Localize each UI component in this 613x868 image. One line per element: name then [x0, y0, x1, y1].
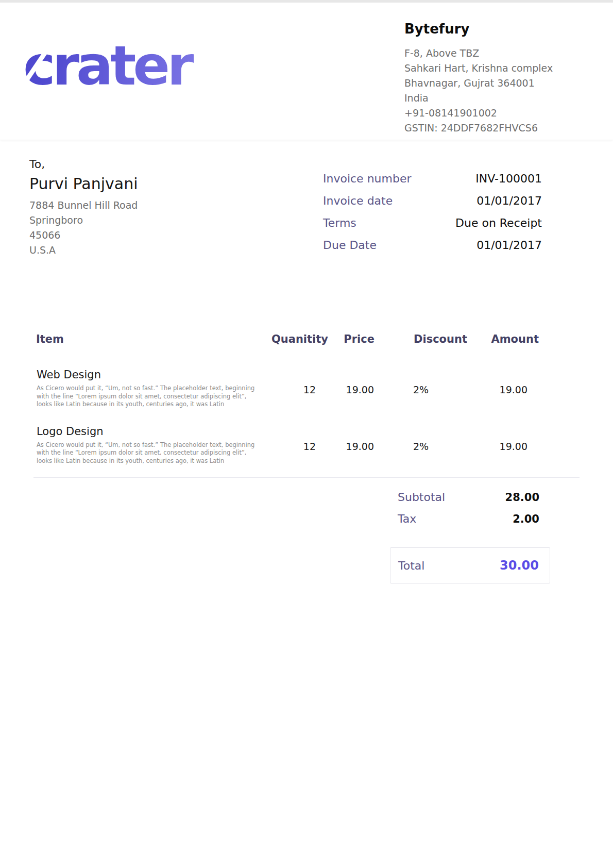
company-phone: +91-08141901002: [404, 106, 595, 121]
crater-logo: crater: [23, 32, 260, 99]
price-column-header: Price: [328, 332, 374, 368]
logo-slice-icon: [222, 56, 242, 84]
item-cell: Web Design As Cicero would put it, “Um, …: [36, 368, 252, 424]
bill-to-label: To,: [29, 158, 246, 171]
item-price: 19.00: [328, 424, 374, 481]
company-name: Bytefury: [404, 21, 595, 37]
total-box: Total 30.00: [390, 547, 550, 583]
item-price: 19.00: [328, 368, 374, 424]
item-quantity: 12: [252, 368, 328, 424]
meta-row-invoice-date: Invoice date 01/01/2017: [323, 194, 542, 208]
due-date-value: 01/01/2017: [476, 239, 542, 252]
item-amount: 19.00: [467, 424, 539, 481]
item-column-header: Item: [36, 332, 252, 368]
company-gstin: GSTIN: 24DDF7682FHVCS6: [404, 121, 595, 136]
discount-column-header: Discount: [374, 332, 467, 368]
tax-value: 2.00: [513, 513, 539, 525]
terms-label: Terms: [323, 216, 356, 230]
tax-label: Tax: [398, 512, 416, 525]
company-address: F-8, Above TBZ Sahkari Hart, Krishna com…: [404, 46, 595, 136]
table-row: Web Design As Cicero would put it, “Um, …: [36, 368, 539, 424]
company-address-line: India: [404, 91, 595, 106]
customer-address-line: U.S.A: [29, 243, 246, 258]
meta-row-invoice-number: Invoice number INV-100001: [323, 172, 542, 186]
meta-row-due-date: Due Date 01/01/2017: [323, 239, 542, 252]
due-date-label: Due Date: [323, 239, 377, 252]
invoice-date-label: Invoice date: [323, 194, 393, 208]
table-row: Logo Design As Cicero would put it, “Um,…: [36, 424, 539, 481]
company-address-line: Bhavnagar, Gujrat 364001: [404, 76, 595, 91]
subtotal-row: Subtotal 28.00: [390, 491, 550, 512]
customer-name: Purvi Panjvani: [29, 175, 246, 193]
bill-to-block: To, Purvi Panjvani 7884 Bunnel Hill Road…: [29, 158, 246, 258]
item-name: Logo Design: [37, 425, 252, 438]
invoice-page: crater Bytefury F-8, Above TBZ Sahkari H…: [0, 0, 613, 868]
items-table: Item Quanitity Price Discount Amount Web…: [36, 332, 539, 480]
total-label: Total: [398, 559, 424, 572]
subtotal-value: 28.00: [505, 491, 539, 504]
customer-address-line: Springboro: [29, 213, 246, 228]
invoice-number-label: Invoice number: [323, 172, 412, 186]
tax-row: Tax 2.00: [390, 512, 550, 534]
company-address-line: F-8, Above TBZ: [404, 46, 595, 61]
terms-value: Due on Receipt: [455, 216, 542, 230]
crater-logo-text: crater: [23, 34, 191, 97]
item-quantity: 12: [252, 424, 328, 481]
item-discount: 2%: [374, 424, 467, 481]
totals-section: Subtotal 28.00 Tax 2.00 Total 30.00: [390, 491, 550, 583]
invoice-meta: Invoice number INV-100001 Invoice date 0…: [323, 172, 542, 261]
item-name: Web Design: [37, 368, 252, 381]
amount-column-header: Amount: [467, 332, 539, 368]
invoice-date-value: 01/01/2017: [476, 194, 542, 208]
company-address-line: Sahkari Hart, Krishna complex: [404, 61, 595, 76]
subtotal-label: Subtotal: [398, 491, 445, 504]
items-table-header-row: Item Quanitity Price Discount Amount: [36, 332, 539, 368]
customer-address-line: 45066: [29, 228, 246, 243]
invoice-number-value: INV-100001: [475, 172, 542, 186]
quantity-column-header: Quanitity: [252, 332, 328, 368]
item-amount: 19.00: [467, 368, 539, 424]
item-discount: 2%: [374, 368, 467, 424]
totals-divider: [33, 477, 580, 478]
meta-row-terms: Terms Due on Receipt: [323, 216, 542, 230]
item-description: As Cicero would put it, “Um, not so fast…: [37, 385, 258, 409]
company-block: Bytefury F-8, Above TBZ Sahkari Hart, Kr…: [404, 21, 595, 136]
item-description: As Cicero would put it, “Um, not so fast…: [37, 441, 258, 465]
invoice-header: crater Bytefury F-8, Above TBZ Sahkari H…: [0, 3, 613, 140]
item-cell: Logo Design As Cicero would put it, “Um,…: [36, 424, 252, 481]
total-value: 30.00: [500, 558, 539, 573]
customer-address-line: 7884 Bunnel Hill Road: [29, 198, 246, 213]
